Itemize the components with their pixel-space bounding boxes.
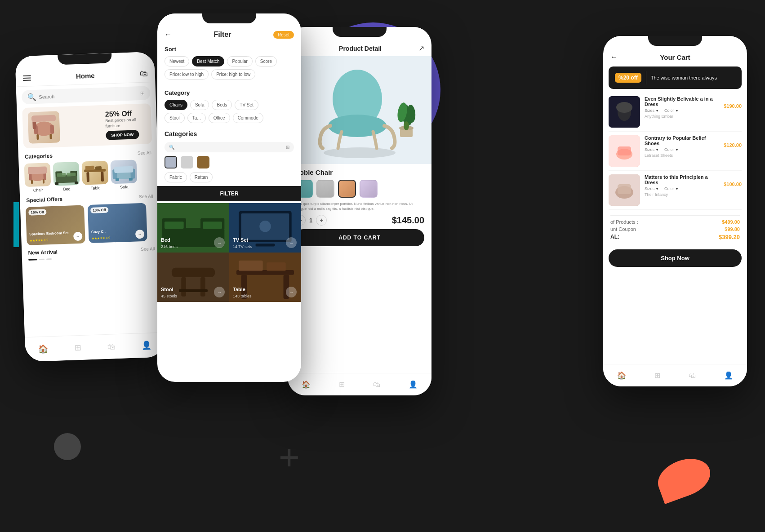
svg-rect-5 <box>32 121 36 129</box>
color-chevron-2[interactable]: ▾ <box>676 148 678 152</box>
banner-shop-now-button[interactable]: SHOP NOW <box>106 130 139 140</box>
color-chevron[interactable]: ▾ <box>676 109 678 113</box>
svg-rect-32 <box>129 178 133 181</box>
phone4-nav-bag[interactable]: 🛍 <box>689 372 696 380</box>
quantity-display: 1 <box>309 217 312 224</box>
filter-icon[interactable]: ⊞ <box>140 90 145 96</box>
add-to-cart-button[interactable]: ADD TO CART <box>295 229 424 246</box>
phone1-search-bar[interactable]: 🔍 ⊞ <box>22 86 151 104</box>
svg-rect-20 <box>55 182 58 185</box>
color-lavender[interactable] <box>360 180 378 198</box>
new-arrival-see-all[interactable]: See All <box>141 246 155 252</box>
offer1-arrow[interactable]: → <box>73 232 83 241</box>
special-offers-see-all[interactable]: See All <box>139 194 153 199</box>
chip-tvset[interactable]: TV Set <box>235 100 258 110</box>
share-icon[interactable]: ↗ <box>418 44 424 53</box>
shop-now-button[interactable]: Shop Now <box>609 249 742 267</box>
color-chevron-3[interactable]: ▾ <box>676 187 678 191</box>
chip-beds[interactable]: Beds <box>212 100 232 110</box>
offer-card-1[interactable]: 15% Off Spacious Bedroom Set ★★★★★ 4.9 → <box>26 205 85 245</box>
color-gray[interactable] <box>316 180 334 198</box>
sizes-chevron-2[interactable]: ▾ <box>656 148 658 152</box>
increase-qty-button[interactable]: + <box>316 215 327 226</box>
sofa-svg <box>110 160 137 184</box>
price-low-to-high[interactable]: Price: low to high <box>165 69 209 80</box>
product-info: Noble Chair eros quis turpis ullamcorper… <box>288 164 431 251</box>
grid-item-bed[interactable]: Bed 216 beds → <box>157 203 229 253</box>
phone1-cart-icon[interactable]: 🛍 <box>139 69 148 79</box>
category-item-chair[interactable]: Chair <box>24 163 51 193</box>
special-offers-row: 15% Off Spacious Bedroom Set ★★★★★ 4.9 →… <box>20 201 161 248</box>
offer-card-2[interactable]: 10% Off Cozy C... ★★★★★ 4.9 → <box>88 203 147 243</box>
phone4-nav-grid[interactable]: ⊞ <box>654 371 660 380</box>
grid-view-icon[interactable]: ⊞ <box>286 145 289 150</box>
sort-score[interactable]: Score <box>255 56 277 66</box>
categories-see-all[interactable]: See All <box>138 150 152 155</box>
sort-newest[interactable]: Newest <box>165 56 189 66</box>
chip-ta[interactable]: Ta... <box>187 113 206 123</box>
phone4-nav-home[interactable]: 🏠 <box>617 371 626 380</box>
filter-apply-button[interactable]: FILTER <box>157 186 301 201</box>
cart-item-2-name: Contrary to Popular Belief Shoes <box>645 135 719 146</box>
nav-bag-icon[interactable]: 🛍 <box>107 342 116 352</box>
color-swatch-gray[interactable] <box>181 156 193 168</box>
search-input[interactable] <box>39 91 138 100</box>
color-orange[interactable] <box>338 180 356 198</box>
cart-item-3-image <box>609 174 640 206</box>
cart-img-2-svg <box>609 135 640 167</box>
phone3-nav-profile[interactable]: 👤 <box>409 380 418 389</box>
color-swatch-brown[interactable] <box>197 156 209 168</box>
grid-tvset-arrow[interactable]: → <box>286 237 297 248</box>
category-item-sofa[interactable]: Sofa <box>110 160 137 190</box>
sizes-label-row: Sizes ▾ Color ▾ <box>645 108 678 113</box>
material-rattan[interactable]: Rattan <box>190 172 213 182</box>
phone2-back-icon[interactable]: ← <box>165 31 172 39</box>
category-item-bed[interactable]: Bed <box>53 162 80 192</box>
phone4-bottom-nav: 🏠 ⊞ 🛍 👤 <box>603 364 747 386</box>
phone2-title: Filter <box>172 31 273 39</box>
phone3-nav-home[interactable]: 🏠 <box>302 380 311 389</box>
nav-profile-icon[interactable]: 👤 <box>141 340 151 350</box>
phone3-nav-grid[interactable]: ⊞ <box>339 380 345 389</box>
chip-sofa[interactable]: Sofa <box>190 100 209 110</box>
product-price: $145.00 <box>392 215 424 226</box>
chip-commode[interactable]: Commode <box>233 113 263 123</box>
phone3-nav-bag[interactable]: 🛍 <box>373 381 380 389</box>
hamburger-menu-icon[interactable] <box>23 75 31 81</box>
search-and-colors-row: 🔍 ⊞ <box>157 140 301 154</box>
chip-stool[interactable]: Stool <box>165 113 185 123</box>
sort-popular[interactable]: Popular <box>227 56 252 66</box>
nav-home-icon[interactable]: 🏠 <box>38 344 49 354</box>
table-category-label: Table <box>91 186 101 191</box>
material-fabric[interactable]: Fabric <box>165 172 187 182</box>
category-chips-row2: Stool Ta... Office Commode <box>165 113 294 123</box>
phone3-bottom-nav: 🏠 ⊞ 🛍 👤 <box>288 373 431 395</box>
category-item-table[interactable]: Table <box>81 161 108 191</box>
grid-item-stool[interactable]: Stool 45 stools → <box>157 253 229 302</box>
chip-office[interactable]: Office <box>209 113 230 123</box>
grid-table-arrow[interactable]: → <box>286 287 297 297</box>
grid-tvset-name: TV Set <box>233 237 248 243</box>
price-high-to-low[interactable]: Price: high to low <box>211 69 255 80</box>
offer1-stars: ★★★★★ 4.9 <box>29 238 48 242</box>
bg-gray-circle <box>54 433 81 460</box>
sort-best-match[interactable]: Best Match <box>192 56 224 66</box>
sizes-chevron[interactable]: ▾ <box>656 109 658 113</box>
filter-search[interactable]: 🔍 ⊞ <box>165 142 294 152</box>
chip-chairs[interactable]: Chairs <box>165 100 187 110</box>
phone4-nav-profile[interactable]: 👤 <box>724 371 733 380</box>
cart-item-3-subtext: Their Infancy <box>645 192 719 197</box>
grid-item-tvset[interactable]: TV Set 14 TV sets → <box>229 203 301 253</box>
filter-search-input[interactable] <box>177 145 284 150</box>
banner-text: 25% Off Best prices on all furniture SHO… <box>105 109 147 140</box>
filter-reset-button[interactable]: Reset <box>273 31 294 39</box>
color-swatch-blue[interactable] <box>165 156 177 168</box>
offer2-arrow[interactable]: → <box>135 230 145 239</box>
phone4-back-icon[interactable]: ← <box>610 53 618 61</box>
grid-item-table[interactable]: Table 143 tables → <box>229 253 301 302</box>
cart-item-3-size-color: Sizes ▾ Color ▾ <box>645 186 719 191</box>
grid-stool-arrow[interactable]: → <box>214 287 225 297</box>
sizes-chevron-3[interactable]: ▾ <box>656 187 658 191</box>
grid-bed-arrow[interactable]: → <box>214 237 225 248</box>
nav-grid-icon[interactable]: ⊞ <box>74 343 81 353</box>
